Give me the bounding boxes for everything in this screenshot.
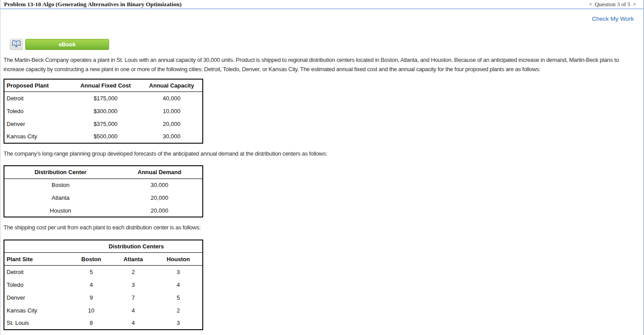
cost-atlanta: 7 xyxy=(112,291,154,304)
cost-atlanta: 4 xyxy=(112,304,154,317)
table-row: Denver 9 7 5 xyxy=(4,291,203,304)
table-row: Toledo 4 3 4 xyxy=(4,278,203,291)
demand-table: Distribution Center Annual Demand Boston… xyxy=(4,165,203,217)
cost-boston: 5 xyxy=(70,266,112,278)
table-row: Kansas City $500,000 30,000 xyxy=(4,130,203,143)
open-book-icon xyxy=(12,40,21,49)
plant-name: Denver xyxy=(4,118,70,130)
plant-site: Detroit xyxy=(4,266,70,278)
table-row: Denver $375,000 20,000 xyxy=(4,118,203,130)
fixed-cost: $300,000 xyxy=(70,105,141,118)
capacity: 40,000 xyxy=(141,92,203,105)
table-group-header-row: Distribution Centers xyxy=(4,240,203,253)
cost-houston: 3 xyxy=(154,317,203,330)
column-header: Annual Fixed Cost xyxy=(70,79,141,92)
cost-boston: 8 xyxy=(70,317,112,330)
cost-boston: 9 xyxy=(70,291,112,304)
next-question-icon[interactable]: ► xyxy=(633,0,637,9)
cost-houston: 3 xyxy=(154,266,203,278)
center-name: Atlanta xyxy=(4,191,117,204)
center-name: Boston xyxy=(4,179,117,191)
column-header: Annual Demand xyxy=(117,166,203,179)
empty-cell xyxy=(4,240,70,253)
cost-atlanta: 3 xyxy=(112,278,154,291)
column-header: Distribution Center xyxy=(4,166,117,179)
check-my-work-link[interactable]: Check My Work xyxy=(4,15,634,22)
table-header-row: Distribution Center Annual Demand xyxy=(4,166,203,179)
ebook-toolbar: eBook xyxy=(10,39,640,50)
fixed-cost: $500,000 xyxy=(70,130,141,143)
column-header: Houston xyxy=(154,253,203,266)
shipping-intro-text: The shipping cost per unit from each pla… xyxy=(4,223,640,232)
plant-site: Toledo xyxy=(4,278,70,291)
ebook-icon-button[interactable] xyxy=(10,39,23,50)
cost-boston: 10 xyxy=(70,304,112,317)
plant-name: Detroit xyxy=(4,92,70,105)
annual-demand: 20,000 xyxy=(117,204,203,217)
center-name: Houston xyxy=(4,204,117,217)
table-row: St. Louis 8 4 3 xyxy=(4,317,203,330)
content-panel: Check My Work eBook The Martin-Beck Comp… xyxy=(0,15,643,335)
table-row: Kansas City 10 4 2 xyxy=(4,304,203,317)
table-header-row: Proposed Plant Annual Fixed Cost Annual … xyxy=(4,79,203,92)
plant-name: Kansas City xyxy=(4,130,70,143)
table-header-row: Plant Site Boston Atlanta Houston xyxy=(4,253,203,266)
capacity: 30,000 xyxy=(141,130,203,143)
plant-name: Toledo xyxy=(4,105,70,118)
capacity: 20,000 xyxy=(141,118,203,130)
table-row: Detroit 5 2 3 xyxy=(4,266,203,278)
question-counter: Question 3 of 5 xyxy=(595,0,631,9)
fixed-cost: $375,000 xyxy=(70,118,141,130)
proposed-plants-table: Proposed Plant Annual Fixed Cost Annual … xyxy=(4,79,203,144)
column-header: Boston xyxy=(70,253,112,266)
column-header: Proposed Plant xyxy=(4,79,70,92)
plant-site: Denver xyxy=(4,291,70,304)
question-nav: ◄ Question 3 of 5 ► xyxy=(588,0,637,9)
cost-atlanta: 4 xyxy=(112,317,154,330)
group-header: Distribution Centers xyxy=(70,240,203,253)
page-title: Problem 13-10 Algo (Generating Alternati… xyxy=(4,0,182,9)
column-header: Annual Capacity xyxy=(141,79,203,92)
annual-demand: 30,000 xyxy=(117,179,203,191)
page: Problem 13-10 Algo (Generating Alternati… xyxy=(0,0,644,335)
shipping-cost-table: Distribution Centers Plant Site Boston A… xyxy=(4,240,203,330)
problem-intro-text: The Martin-Beck Company operates a plant… xyxy=(4,55,640,74)
plant-site: St. Louis xyxy=(4,317,70,330)
prev-question-icon[interactable]: ◄ xyxy=(588,0,592,9)
title-bar: Problem 13-10 Algo (Generating Alternati… xyxy=(0,0,643,9)
table-row: Atlanta 20,000 xyxy=(4,191,203,204)
column-header: Plant Site xyxy=(4,253,70,266)
cost-atlanta: 2 xyxy=(112,266,154,278)
column-header: Atlanta xyxy=(112,253,154,266)
cost-houston: 4 xyxy=(154,278,203,291)
ebook-button[interactable]: eBook xyxy=(25,39,109,50)
demand-intro-text: The company’s long-range planning group … xyxy=(4,149,640,158)
table-row: Boston 30,000 xyxy=(4,179,203,191)
table-row: Houston 20,000 xyxy=(4,204,203,217)
table-row: Toledo $300,000 10,000 xyxy=(4,105,203,118)
plant-site: Kansas City xyxy=(4,304,70,317)
fixed-cost: $175,000 xyxy=(70,92,141,105)
cost-boston: 4 xyxy=(70,278,112,291)
annual-demand: 20,000 xyxy=(117,191,203,204)
cost-houston: 2 xyxy=(154,304,203,317)
cost-houston: 5 xyxy=(154,291,203,304)
table-row: Detroit $175,000 40,000 xyxy=(4,92,203,105)
capacity: 10,000 xyxy=(141,105,203,118)
